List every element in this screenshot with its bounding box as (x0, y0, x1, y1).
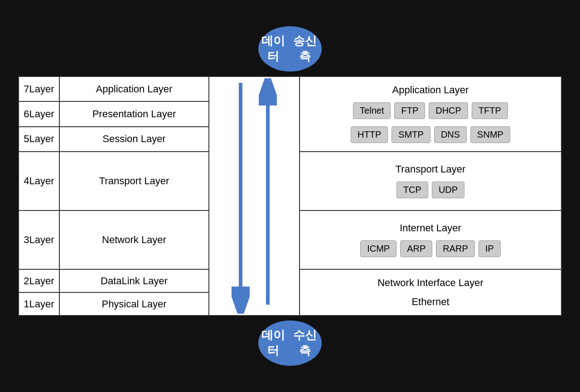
proto-smtp: SMTP (392, 126, 430, 143)
proto-tcp: TCP (396, 182, 428, 198)
internet-protocols: ICMP ARP RARP IP (304, 237, 556, 261)
right-app-section: Application Layer Telnet FTP DHCP TFTP H… (300, 76, 561, 152)
layer-num-7: 7Layer (19, 76, 59, 101)
layer-name-3: Network Layer (59, 210, 209, 269)
proto-ftp: FTP (394, 102, 425, 119)
transport-protocols: TCP UDP (304, 178, 556, 202)
proto-dns: DNS (434, 126, 467, 143)
proto-rarp: RARP (436, 240, 475, 257)
layer-name-7: Application Layer (59, 76, 209, 101)
layer-num-1: 1Layer (19, 292, 59, 316)
layer-name-1: Physical Layer (59, 292, 209, 316)
layer-name-4: Transport Layer (59, 152, 209, 210)
proto-telnet: Telnet (353, 102, 391, 119)
network-interface-subtitle: Ethernet (304, 293, 556, 311)
arrow-up-icon (259, 78, 277, 314)
table-row: 7Layer Application Layer (19, 76, 561, 101)
layer-num-4: 4Layer (19, 152, 59, 210)
app-protocols-row1: Telnet FTP DHCP TFTP (304, 99, 556, 123)
arrow-column (209, 76, 300, 316)
right-network-interface-section: Network Interface Layer Ethernet (300, 269, 561, 316)
arrow-down-icon (232, 78, 250, 314)
proto-arp: ARP (400, 240, 432, 257)
right-internet-section: Internet Layer ICMP ARP RARP IP (300, 210, 561, 269)
proto-udp: UDP (432, 182, 464, 198)
layer-num-6: 6Layer (19, 101, 59, 126)
layer-name-6: Presentation Layer (59, 101, 209, 126)
proto-tftp: TFTP (472, 102, 508, 119)
right-transport-section: Transport Layer TCP UDP (300, 152, 561, 210)
proto-icmp: ICMP (360, 240, 396, 257)
bottom-bubble: 데이터 수신 측 (258, 320, 322, 366)
network-interface-title: Network Interface Layer (304, 274, 556, 292)
proto-dhcp: DHCP (429, 102, 468, 119)
proto-snmp: SNMP (470, 126, 510, 143)
app-protocols-row2: HTTP SMTP DNS SNMP (304, 123, 556, 147)
layer-num-2: 2Layer (19, 269, 59, 292)
layer-name-2: DataLink Layer (59, 269, 209, 292)
layer-num-5: 5Layer (19, 127, 59, 152)
internet-layer-title: Internet Layer (304, 220, 556, 237)
osi-table: 7Layer Application Layer (18, 76, 562, 316)
app-layer-title: Application Layer (304, 81, 556, 99)
top-bubble: 데이터 송신 측 (258, 26, 322, 72)
proto-ip: IP (478, 240, 501, 257)
transport-layer-title: Transport Layer (304, 161, 556, 178)
layer-num-3: 3Layer (19, 210, 59, 269)
layer-name-5: Session Layer (59, 127, 209, 152)
proto-http: HTTP (351, 126, 388, 143)
